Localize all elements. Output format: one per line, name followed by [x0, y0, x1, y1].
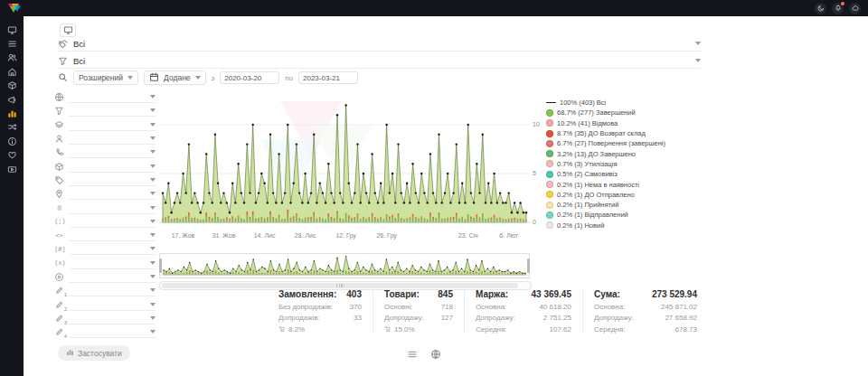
tags-icon [58, 39, 68, 49]
sidebar-item-chart[interactable] [4, 108, 20, 118]
filter-row [54, 187, 156, 201]
filter-select[interactable] [69, 146, 156, 158]
home-icon [7, 67, 17, 77]
topbar [0, 0, 868, 16]
heart-icon [7, 150, 17, 160]
filter-select[interactable] [69, 91, 156, 103]
app-window: Всі Всі Розширений Додане з по @{;}<> [0, 0, 868, 376]
stats-row: Основна:245 871.02 [594, 303, 697, 311]
legend-item[interactable]: 0.2% (1) ДО Отправлено [546, 190, 727, 200]
funnel-icon [58, 56, 68, 66]
filter-select[interactable] [69, 119, 156, 131]
brush-handle-left[interactable] [159, 258, 162, 273]
sidebar-item-users[interactable] [4, 52, 20, 63]
main-chart-plot[interactable]: 0510 17. Жов31. Жов14. Лис28. Лис12. Гру… [159, 96, 530, 240]
filter-select[interactable] [71, 216, 156, 228]
mini-overview-chart[interactable] [159, 253, 530, 278]
target-icon [54, 272, 64, 282]
legend-item[interactable]: 8.7% (35) ДО Возврат склад [546, 128, 727, 138]
legend-marker [546, 109, 553, 117]
search-mode-select[interactable]: Розширений [73, 70, 138, 85]
filter-row [54, 270, 156, 284]
source-filter-select[interactable]: Всі [58, 53, 701, 69]
filter-select[interactable] [69, 161, 156, 173]
date-to-input[interactable] [298, 71, 358, 84]
legend-item[interactable]: 0.2% (1) Нема в наявності [546, 179, 727, 189]
filter-select[interactable] [69, 313, 156, 324]
topbar-cloud-button[interactable] [849, 3, 861, 14]
sidebar-item-megaphone[interactable] [4, 94, 20, 105]
scrollbar-handle[interactable] [162, 283, 518, 288]
box-icon [7, 80, 17, 90]
sidebar-item-video[interactable] [4, 164, 20, 174]
filter-select[interactable] [69, 105, 156, 117]
filter-select[interactable] [69, 285, 156, 296]
summary-stats: Замовлення:403Без допродажів:370Допродаж… [278, 289, 708, 334]
sidebar-item-list[interactable] [4, 38, 20, 49]
sidebar-item-shuffle[interactable] [4, 122, 20, 133]
chevron-down-icon [150, 330, 156, 334]
app-logo[interactable] [7, 3, 22, 14]
at-icon: @ [54, 203, 64, 213]
legend-item[interactable]: 0.2% (1) Новий [546, 221, 727, 230]
legend-item[interactable]: 100% (403) Всі [546, 98, 727, 108]
date-from-input[interactable] [220, 71, 279, 84]
legend-item[interactable]: 6.7% (27) Повернення (завершені) [546, 138, 727, 148]
source-filter-value: Всі [73, 56, 85, 66]
display-toggle-button[interactable] [60, 24, 76, 37]
filter-row [54, 174, 156, 187]
filter-select[interactable] [69, 133, 156, 145]
filter-select[interactable] [69, 299, 156, 311]
stats-column: Товари:845Основні:718Допродажу:12715.0% [373, 289, 464, 334]
chart-icon [66, 348, 74, 358]
filter-select[interactable] [71, 243, 156, 255]
brackets-icon: [#] [54, 244, 66, 254]
filter-select[interactable] [69, 188, 156, 200]
list-icon [407, 349, 418, 360]
sidebar-item-monitor[interactable] [4, 24, 20, 35]
search-icon[interactable] [58, 72, 68, 84]
filter-select[interactable] [71, 258, 156, 269]
footer-list-button[interactable] [407, 347, 418, 363]
footer-globe-button[interactable] [430, 347, 441, 363]
filter-select[interactable] [69, 202, 156, 214]
topbar-bell-button[interactable] [832, 3, 844, 14]
legend-item[interactable]: 68.7% (277) Завершений [546, 108, 727, 118]
filter-select[interactable] [69, 326, 156, 338]
sidebar-item-info[interactable] [4, 136, 20, 146]
stats-row-value: 40 618.20 [539, 303, 571, 311]
legend-item[interactable]: 3.2% (13) ДО Завершено [546, 148, 727, 158]
filter-row [54, 159, 156, 173]
stats-row-value: 245 871.02 [661, 303, 697, 311]
filter-select[interactable] [69, 174, 156, 186]
legend-item[interactable]: 0.2% (1) Відправлений [546, 210, 727, 220]
stats-row-label: Допродажу: [476, 314, 515, 322]
pencil-icon: 1 [54, 286, 64, 296]
topbar-moon-button[interactable] [815, 3, 826, 14]
stats-row: Основна:40 618.20 [476, 303, 571, 311]
x-axis-label: 31. Жов [212, 232, 236, 239]
x-axis-label: 28. Лис [295, 232, 316, 239]
sidebar-item-box[interactable] [4, 80, 20, 91]
status-filter-select[interactable]: Всі [58, 36, 701, 52]
filter-select[interactable] [69, 230, 156, 241]
megaphone-icon [7, 95, 17, 105]
sidebar-item-heart[interactable] [4, 150, 20, 161]
left-navigation-rail [0, 16, 24, 376]
stats-row-value: 27 658.92 [665, 314, 697, 322]
legend-marker [546, 119, 553, 127]
sidebar-item-home[interactable] [4, 66, 20, 77]
legend-item[interactable]: 0.5% (2) Самовивіз [546, 169, 727, 179]
brush-handle-right[interactable] [527, 258, 530, 273]
apply-button[interactable]: Застосувати [58, 345, 130, 361]
legend-item[interactable]: 10.2% (41) Відмова [546, 118, 727, 128]
legend-item[interactable]: 0.7% (3) Утилізація [546, 159, 727, 169]
date-field-select[interactable]: Додане [144, 70, 206, 85]
filter-select[interactable] [69, 271, 156, 283]
angle-brackets-icon: <> [54, 230, 64, 240]
legend-item[interactable]: 0.2% (1) Прийнятий [546, 200, 727, 210]
stats-extra: 8.2% [278, 325, 362, 334]
chevron-down-icon [150, 164, 156, 168]
pencil-icon [54, 300, 64, 310]
legend-label: 0.2% (1) Прийнятий [557, 201, 618, 209]
